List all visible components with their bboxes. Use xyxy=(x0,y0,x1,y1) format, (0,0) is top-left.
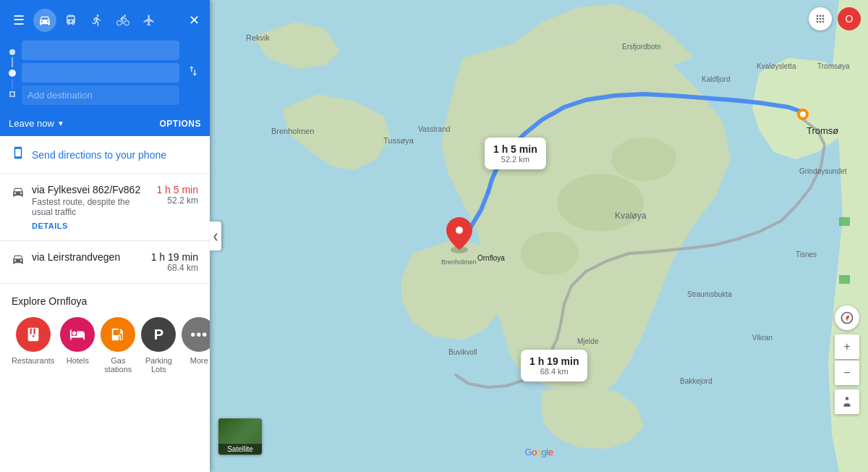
map-svg: Tromsø Tussøya Kvaløya Buvikvoll Mjelde … xyxy=(210,0,868,472)
restaurants-label: Restaurants xyxy=(12,356,54,365)
modes-left: ☰ xyxy=(7,9,161,32)
logo-e: e xyxy=(548,447,553,458)
svg-text:Vasstrand: Vasstrand xyxy=(418,125,450,133)
svg-text:Kvaløya: Kvaløya xyxy=(615,211,647,221)
svg-point-3 xyxy=(611,138,676,181)
gas-icon-circle xyxy=(101,317,135,352)
route-2-name: via Leirstrandvegen xyxy=(32,251,144,263)
sidebar: ☰ ✕ xyxy=(0,0,210,472)
svg-point-29 xyxy=(846,397,849,400)
explore-icons: Restaurants Hotels Gas stations P Parkin… xyxy=(12,317,198,374)
leave-now-arrow: ▼ xyxy=(57,119,64,127)
map-area: Tromsø Tussøya Kvaløya Buvikvoll Mjelde … xyxy=(210,0,868,472)
explore-more[interactable]: ••• More xyxy=(182,317,210,374)
destination-input[interactable]: Ornfloya, Brensholmvegen, 9118 Brens… xyxy=(22,63,179,83)
svg-text:Tromsø: Tromsø xyxy=(807,125,838,136)
explore-restaurants[interactable]: Restaurants xyxy=(12,317,54,374)
compass-button[interactable] xyxy=(835,305,859,330)
route-2-car-icon xyxy=(12,253,25,269)
route-inputs-fields: Tromsø, Norway Ornfloya, Brensholmvegen,… xyxy=(22,41,179,105)
svg-text:Ornfloya: Ornfloya xyxy=(477,254,505,262)
collapse-sidebar-button[interactable]: ❮ xyxy=(210,222,221,250)
svg-text:Brenholmen: Brenholmen xyxy=(271,127,314,135)
svg-text:Kvaløysletta: Kvaløysletta xyxy=(757,62,796,70)
close-button[interactable]: ✕ xyxy=(186,9,203,31)
more-icon-circle: ••• xyxy=(182,317,210,352)
route-1-time: 1 h 5 min xyxy=(156,184,198,195)
route-option-2-header: via Leirstrandvegen 1 h 19 min 68.4 km xyxy=(12,251,198,273)
route-2-time-dist: 1 h 19 min 68.4 km xyxy=(151,251,198,273)
svg-text:Mjelde: Mjelde xyxy=(577,337,599,345)
svg-point-2 xyxy=(521,232,579,275)
route-1-info: via Fylkesvei 862/Fv862 Fastest route, d… xyxy=(32,184,149,230)
leave-now-button[interactable]: Leave now ▼ xyxy=(9,118,64,129)
route-option-1-header: via Fylkesvei 862/Fv862 Fastest route, d… xyxy=(12,184,198,230)
leave-options-bar: Leave now ▼ OPTIONS xyxy=(0,114,210,136)
route-1-name: via Fylkesvei 862/Fv862 xyxy=(32,184,149,195)
explore-section: Explore Ornfloya Restaurants Hotels Gas … xyxy=(0,284,210,385)
swap-button[interactable] xyxy=(184,62,203,84)
svg-text:Straumsbukta: Straumsbukta xyxy=(687,290,732,298)
svg-text:Tussøya: Tussøya xyxy=(383,136,414,145)
svg-text:Tisnes: Tisnes xyxy=(796,250,817,258)
route-bubble-2[interactable]: 1 h 19 min 68.4 km xyxy=(521,350,587,382)
svg-text:Brenholmen: Brenholmen xyxy=(441,258,477,266)
options-button[interactable]: OPTIONS xyxy=(159,119,201,129)
route-2-dist: 68.4 km xyxy=(151,263,198,273)
menu-button[interactable]: ☰ xyxy=(7,9,30,32)
route-option-1[interactable]: via Fylkesvei 862/Fv862 Fastest route, d… xyxy=(0,174,210,241)
svg-text:Rekvik: Rekvik xyxy=(246,33,271,42)
svg-text:Buvikvoll: Buvikvoll xyxy=(448,348,477,356)
parking-label: Parking Lots xyxy=(141,356,176,374)
route-2-info: via Leirstrandvegen xyxy=(32,251,144,263)
logo-g: G xyxy=(525,447,532,458)
zoom-in-button[interactable]: + xyxy=(835,334,859,359)
svg-text:Bakkejord: Bakkejord xyxy=(680,377,712,385)
svg-rect-27 xyxy=(839,217,850,226)
svg-point-7 xyxy=(456,227,463,234)
street-view-button[interactable] xyxy=(835,389,859,414)
explore-hotels[interactable]: Hotels xyxy=(60,317,95,374)
logo-g2: g xyxy=(542,447,547,458)
explore-gas-stations[interactable]: Gas stations xyxy=(101,317,135,374)
mode-flight[interactable] xyxy=(137,9,161,32)
dest-dot xyxy=(9,69,16,77)
more-label: More xyxy=(190,356,208,365)
restaurants-icon-circle xyxy=(16,317,51,352)
route-bubble-1[interactable]: 1 h 5 min 52.2 km xyxy=(485,138,546,169)
satellite-toggle[interactable]: Satellite xyxy=(218,418,262,455)
route-1-details-link[interactable]: DETAILS xyxy=(32,222,149,230)
route-1-car-icon xyxy=(12,185,25,202)
svg-text:Kaldfjord: Kaldfjord xyxy=(702,75,730,83)
svg-text:Vikran: Vikran xyxy=(752,334,773,342)
svg-text:Tromsøya: Tromsøya xyxy=(817,62,850,70)
mode-transit[interactable] xyxy=(59,9,82,32)
send-directions-text: Send directions to your phone xyxy=(32,149,166,161)
zoom-out-button[interactable]: − xyxy=(835,361,859,385)
send-directions[interactable]: Send directions to your phone xyxy=(0,136,210,174)
bubble-2-dist: 68.4 km xyxy=(529,367,579,376)
bubble-2-time: 1 h 19 min xyxy=(529,355,579,367)
route-1-time-dist: 1 h 5 min 52.2 km xyxy=(156,184,198,206)
route-dot-line-2 xyxy=(12,79,13,89)
route-1-dist: 52.2 km xyxy=(156,195,198,206)
origin-input[interactable]: Tromsø, Norway xyxy=(22,41,179,60)
mode-car[interactable] xyxy=(33,9,56,32)
add-destination-input[interactable] xyxy=(22,85,179,105)
explore-parking[interactable]: P Parking Lots xyxy=(141,317,176,374)
hotels-label: Hotels xyxy=(67,356,89,365)
google-apps-button[interactable] xyxy=(809,7,832,30)
route-inputs: Tromsø, Norway Ornfloya, Brensholmvegen,… xyxy=(7,38,203,108)
hotels-icon-circle xyxy=(60,317,95,352)
send-directions-icon xyxy=(12,146,25,163)
add-dot xyxy=(9,91,15,97)
svg-point-5 xyxy=(800,111,806,117)
svg-text:Ersfjordbotn: Ersfjordbotn xyxy=(622,43,661,51)
mode-bike[interactable] xyxy=(111,9,135,32)
mode-walk[interactable] xyxy=(85,9,109,32)
user-avatar[interactable]: O xyxy=(838,7,861,30)
route-option-2[interactable]: via Leirstrandvegen 1 h 19 min 68.4 km xyxy=(0,241,210,284)
origin-dot xyxy=(9,49,15,55)
bubble-1-time: 1 h 5 min xyxy=(493,143,537,155)
parking-icon-circle: P xyxy=(141,317,176,352)
